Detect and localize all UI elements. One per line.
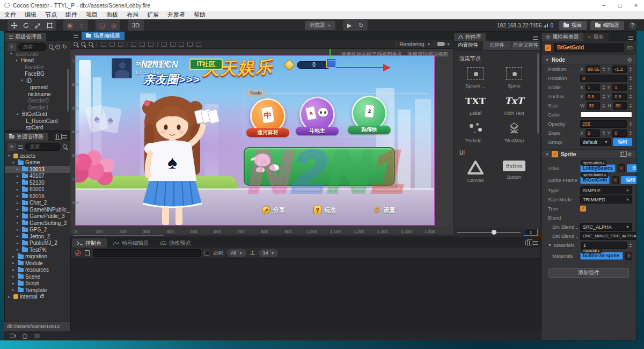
tree-item[interactable]: Gender0 — [5, 98, 70, 105]
stepper[interactable] — [629, 93, 632, 100]
tree-item[interactable]: ▸GamePublic_3 — [5, 213, 70, 220]
open-project-button[interactable]: 项目 — [559, 21, 587, 30]
console-filter-input[interactable] — [93, 249, 201, 257]
game-view[interactable]: ♠ ♠ ♠ — [75, 55, 435, 226]
widget-label[interactable]: TXT Label — [456, 91, 495, 118]
rendering-dropdown[interactable]: Rendering — [399, 41, 424, 47]
src-blend-dropdown[interactable]: SRC_ALPHA▼ — [580, 223, 632, 231]
position-mode-icon[interactable]: ▣ — [64, 20, 76, 30]
menu-layout[interactable]: 布局 — [122, 11, 143, 19]
console-output[interactable] — [71, 259, 540, 331]
create-asset-button[interactable]: + — [8, 143, 16, 151]
menu-developer[interactable]: 开发者 — [163, 11, 189, 19]
stepper[interactable] — [629, 84, 632, 91]
node-section-header[interactable]: ▼ Node ⚙ — [541, 55, 636, 64]
tree-item[interactable]: ▾UserGold — [5, 53, 70, 57]
zoom-out-icon[interactable] — [74, 42, 78, 46]
opacity-field[interactable]: 255 — [580, 120, 627, 128]
tree-item-selected[interactable]: ▸10013 — [5, 166, 70, 173]
eye-icon[interactable] — [34, 334, 40, 338]
tree-item[interactable]: L_RoomCard — [5, 118, 70, 125]
gizmo-origin-handle[interactable] — [327, 59, 335, 67]
tree-item[interactable]: ▸62016 — [5, 193, 70, 200]
widget-zoom-slider[interactable] — [457, 232, 521, 233]
gizmo-x-arrowhead[interactable] — [383, 64, 391, 71]
menu-edit[interactable]: 编辑 — [20, 11, 41, 19]
menu-extension[interactable]: 扩展 — [143, 11, 163, 19]
tab-custom-widgets[interactable]: 自定义控件 — [511, 41, 540, 50]
group-edit-button[interactable]: 编辑 — [613, 138, 632, 146]
tree-item[interactable]: FaceErr — [5, 64, 70, 71]
tab-services[interactable]: ∞ 服务 — [583, 33, 608, 41]
stepper[interactable] — [629, 103, 632, 109]
gear-icon[interactable]: ⚙ — [627, 151, 632, 157]
rect-tool-icon[interactable] — [43, 20, 55, 30]
panel-popup-icon[interactable] — [525, 241, 530, 245]
gizmo-x-axis[interactable] — [336, 67, 383, 68]
rotate-tool-icon[interactable] — [20, 20, 32, 30]
zoom-in-icon[interactable] — [81, 42, 85, 46]
tree-item[interactable]: ▾assets — [5, 152, 70, 159]
widget-canvas[interactable]: Canvas — [456, 157, 495, 185]
anchor-gizmo-icon[interactable]: ◎ — [108, 20, 120, 30]
tab-cloud-widgets[interactable]: 云控件 — [483, 41, 512, 50]
widget-richtext[interactable]: TxT Rich Text — [495, 91, 533, 118]
sprite-enabled-checkbox[interactable]: ✓ — [552, 151, 558, 157]
position-x-field[interactable]: 99.658 — [586, 66, 600, 73]
distribute-v-icon[interactable] — [170, 42, 175, 47]
share-button[interactable]: ↗ 分享 — [262, 206, 285, 214]
tree-item[interactable]: ▸PublicMJ_2 — [5, 240, 70, 247]
tab-properties[interactable]: ⚙ 属性检查器 — [541, 33, 583, 41]
search-icon[interactable] — [63, 144, 67, 149]
align-right-icon[interactable] — [148, 42, 153, 47]
add-component-button[interactable]: 添加组件 — [548, 268, 629, 278]
sort-icon[interactable] — [18, 145, 23, 149]
help-button[interactable]: ? — [628, 21, 636, 30]
hierarchy-search-input[interactable] — [18, 43, 47, 51]
tree-item[interactable]: ▸resources — [5, 267, 70, 274]
trash-icon[interactable] — [23, 333, 27, 339]
group-dropdown[interactable]: default▼ — [580, 138, 611, 146]
tree-item[interactable]: ▸GameSetting_2 — [5, 220, 70, 227]
hierarchy-scrollbar[interactable] — [67, 69, 69, 112]
tree-item[interactable]: nickname — [5, 91, 70, 98]
tab-animation-editor[interactable]: 动画编辑器 — [108, 238, 154, 248]
clear-console-icon[interactable] — [75, 250, 81, 256]
player-avatar[interactable] — [112, 58, 132, 78]
tree-item[interactable]: ▸migration — [5, 253, 70, 260]
align-vcenter-icon[interactable] — [109, 42, 115, 47]
tab-console[interactable]: 控制台 — [72, 238, 107, 248]
stepper[interactable] — [602, 84, 605, 91]
panel-menu-icon[interactable] — [628, 36, 633, 40]
tree-item[interactable]: ▾ID — [5, 77, 70, 84]
distribute-h-icon[interactable] — [162, 42, 167, 47]
tree-item[interactable]: ▾Game — [5, 159, 70, 166]
tree-item[interactable]: ▸Script — [5, 280, 70, 287]
font-size-dropdown[interactable]: 14▼ — [259, 249, 278, 257]
menu-help[interactable]: 帮助 — [189, 11, 210, 19]
copy-component-icon[interactable] — [620, 152, 624, 157]
position-y-field[interactable]: -1.2 — [612, 66, 627, 73]
size-w-field[interactable]: 39 — [587, 102, 600, 110]
tree-item[interactable]: ▸GameNNPublic_2 — [5, 206, 70, 213]
tree-item[interactable]: ▸Module — [5, 260, 70, 267]
skew-y-field[interactable]: 0 — [612, 129, 627, 137]
scene-editor-tab[interactable]: 场景编辑器 — [82, 32, 125, 40]
hierarchy-tab[interactable]: 层级管理器 — [5, 33, 46, 41]
close-button[interactable]: × — [628, 2, 644, 9]
align-bottom-icon[interactable] — [118, 42, 123, 47]
menu-node[interactable]: 节点 — [41, 11, 61, 19]
rules-button[interactable]: ? 玩法 — [313, 206, 336, 214]
tab-builtin-widgets[interactable]: 内置控件 — [454, 41, 483, 50]
tree-item[interactable]: Gender1 — [5, 104, 70, 111]
log-level-dropdown[interactable]: All▼ — [227, 249, 246, 257]
collapse-arrow-icon[interactable]: ▼ — [545, 152, 549, 156]
rotation-mode-icon[interactable]: ± — [76, 20, 87, 30]
locate-icon[interactable] — [55, 45, 60, 49]
anchor-y-field[interactable]: 0.5 — [612, 93, 627, 100]
tab-game-preview[interactable]: 游戏预览 — [155, 238, 196, 248]
panel-menu-icon[interactable] — [533, 241, 538, 245]
color-swatch[interactable] — [580, 112, 632, 118]
trim-checkbox[interactable]: ✓ — [580, 206, 586, 212]
widget-tiledmap[interactable]: TiledMap — [495, 118, 533, 146]
